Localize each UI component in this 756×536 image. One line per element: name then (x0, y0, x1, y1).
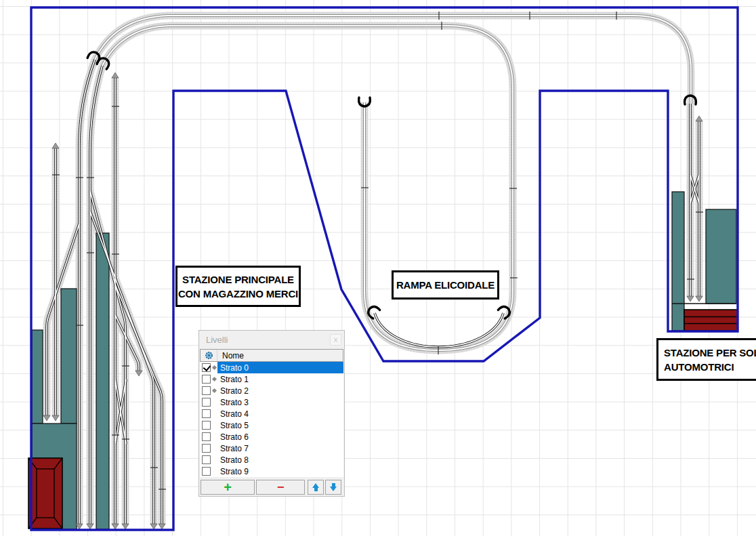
main-station-label-line1: STAZIONE PRINCIPALE (177, 272, 299, 287)
layer-name: Strato 0 (220, 363, 249, 373)
freight-warehouse-building[interactable] (28, 458, 62, 529)
track-ballast-speckle (47, 16, 699, 525)
layer-content-dot-icon (212, 388, 217, 393)
railcar-station-label-line1: STAZIONE PER SOLE (664, 346, 756, 360)
close-icon[interactable]: x (330, 334, 341, 346)
layout-drawing (0, 0, 756, 536)
layers-list: Strato 0 Strato 1 Strato 2 Strato 3 Stra (200, 362, 343, 477)
arrow-down-icon (330, 483, 337, 491)
helix-label-line1: RAMPA ELICOIDALE (394, 278, 497, 292)
track-end-buffers (43, 73, 702, 529)
layer-visible-checkbox[interactable] (202, 432, 211, 441)
rail-joint-marks (52, 12, 703, 489)
layer-name: Strato 1 (220, 375, 249, 384)
layer-visible-checkbox[interactable] (202, 398, 211, 407)
layers-panel[interactable]: Livelli x Nome Strato 0 Strato 1 (198, 330, 345, 497)
move-layer-up-button[interactable] (308, 480, 324, 495)
layer-row[interactable]: Strato 3 (200, 396, 343, 408)
layer-name: Strato 8 (220, 455, 249, 465)
layer-name: Strato 2 (220, 386, 249, 396)
layers-panel-title: Livelli (206, 335, 228, 345)
layer-row[interactable]: Strato 2 (200, 385, 343, 396)
layer-name: Strato 9 (220, 467, 249, 476)
baseboard-outline[interactable] (31, 7, 738, 530)
layer-visible-checkbox[interactable] (202, 421, 211, 430)
arrow-up-icon (312, 483, 319, 491)
move-layer-down-button[interactable] (325, 480, 341, 495)
plus-icon: + (224, 480, 232, 494)
layer-row[interactable]: Strato 1 (200, 373, 343, 385)
helix-label[interactable]: RAMPA ELICOIDALE (392, 270, 499, 300)
main-station-label[interactable]: STAZIONE PRINCIPALE CON MAGAZZINO MERCI (175, 266, 301, 307)
main-station-label-line2: CON MAGAZZINO MERCI (177, 287, 299, 301)
layer-row[interactable]: Strato 5 (200, 419, 343, 431)
tunnel-tracks-core (47, 60, 699, 525)
layer-row[interactable]: Strato 7 (200, 442, 343, 454)
layer-name: Strato 4 (220, 409, 249, 419)
layer-name: Strato 7 (220, 444, 249, 453)
track-ballast (47, 16, 699, 525)
layers-toolbar: + − (200, 479, 343, 495)
layer-content-dot-icon (212, 365, 217, 370)
name-column-header: Nome (217, 351, 244, 360)
railcar-station-label[interactable]: STAZIONE PER SOLE AUTOMOTRICI (656, 338, 756, 381)
layer-row[interactable]: Strato 0 (200, 362, 343, 373)
layer-row[interactable]: Strato 9 (200, 466, 343, 477)
layer-visible-checkbox[interactable] (202, 444, 211, 453)
visibility-icon (201, 350, 217, 361)
tunnel-tracks[interactable] (47, 60, 699, 525)
add-layer-button[interactable]: + (201, 480, 255, 495)
layers-panel-titlebar[interactable]: Livelli x (199, 331, 344, 349)
layer-visible-checkbox[interactable] (202, 363, 211, 372)
layer-visible-checkbox[interactable] (202, 386, 211, 395)
layer-row[interactable]: Strato 8 (200, 454, 343, 466)
layer-name: Strato 3 (220, 398, 249, 407)
layer-row[interactable]: Strato 4 (200, 408, 343, 419)
layers-list-header: Nome (200, 349, 343, 362)
layer-name: Strato 6 (220, 432, 249, 442)
layer-content-dot-icon (212, 377, 217, 382)
layer-name: Strato 5 (220, 421, 249, 430)
layer-visible-checkbox[interactable] (202, 375, 211, 384)
railcar-station-label-line2: AUTOMOTRICI (664, 360, 756, 374)
railcar-station-building[interactable] (684, 310, 738, 331)
layer-row[interactable]: Strato 6 (200, 431, 343, 442)
layer-visible-checkbox[interactable] (202, 467, 211, 476)
layer-visible-checkbox[interactable] (202, 409, 211, 418)
remove-layer-button[interactable]: − (256, 480, 305, 495)
track-plan-canvas: STAZIONE PRINCIPALE CON MAGAZZINO MERCI … (0, 0, 756, 536)
layer-visible-checkbox[interactable] (202, 455, 211, 464)
minus-icon: − (277, 481, 285, 493)
